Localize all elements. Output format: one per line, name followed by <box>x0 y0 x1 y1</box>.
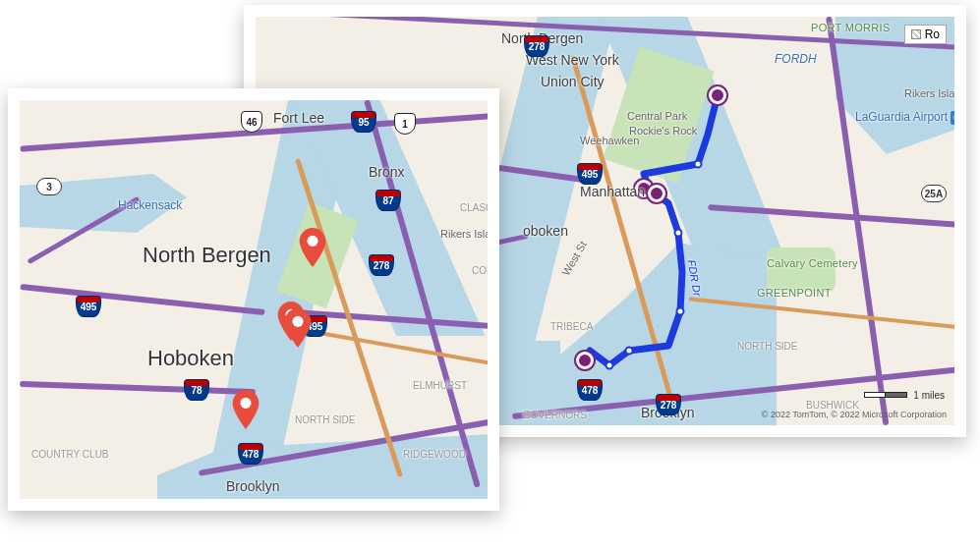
shield-i278-e: 278 <box>656 394 681 415</box>
route-stop-midtown-2[interactable] <box>648 185 665 202</box>
label-rikers-2: Rikers Island <box>440 228 488 240</box>
shield-ny3: 3 <box>36 178 62 195</box>
ny-bay-2 <box>157 434 488 499</box>
route-waypoint <box>676 307 685 316</box>
label-col: COL <box>472 265 488 276</box>
layer-icon <box>911 29 921 39</box>
route-endpoint-north[interactable] <box>709 86 726 104</box>
scale-label: 1 miles <box>913 390 945 401</box>
svg-point-0 <box>307 236 317 247</box>
shield-i478: 478 <box>238 443 263 465</box>
layer-label: Ro <box>925 28 940 41</box>
shield-us1: 1 <box>394 113 416 135</box>
shield-i78: 78 <box>184 379 209 401</box>
map-pin-3[interactable] <box>284 308 312 348</box>
map-pin-1[interactable] <box>299 228 326 267</box>
map-pins-surface[interactable]: Fort Lee Bronx North Bergen Hoboken Broo… <box>20 100 488 499</box>
map-attribution: © 2022 TomTom, © 2022 Microsoft Corporat… <box>762 410 947 419</box>
svg-point-3 <box>240 398 251 409</box>
route-waypoint <box>694 160 703 169</box>
label-bronx: Bronx <box>369 164 405 180</box>
shield-i278: 278 <box>369 254 394 276</box>
label-manhattan: Manhattan <box>580 184 645 199</box>
label-hackensack: Hackensack <box>118 198 182 212</box>
label-brooklyn-2: Brooklyn <box>226 478 279 494</box>
label-laguardia: LaGuardia Airport✈ <box>855 110 954 125</box>
label-central-park: Central Park <box>627 110 687 122</box>
shield-i87: 87 <box>375 190 401 211</box>
label-greenpoint: GREENPOINT <box>757 287 832 299</box>
label-hoboken: Hoboken <box>147 346 234 371</box>
shield-ny25a: 25A <box>921 185 947 202</box>
route-waypoint <box>625 347 634 356</box>
label-fordh: FORDH <box>775 52 817 66</box>
label-claso: CLASO <box>460 202 488 213</box>
label-ridgewood: RIDGEWOOD <box>403 449 466 460</box>
label-calvary: Calvary Cemetery <box>767 257 858 269</box>
shield-us46: 46 <box>241 111 262 133</box>
route-endpoint-south[interactable] <box>576 352 594 369</box>
route-waypoint <box>674 229 683 238</box>
label-west-st: West St <box>559 239 589 277</box>
label-north-bergen-2: North Bergen <box>143 243 271 268</box>
scale-bar: 1 miles <box>864 388 945 402</box>
map-pin-4[interactable] <box>232 390 259 429</box>
label-north-side: NORTH SIDE <box>737 341 798 352</box>
label-tribeca: TRIBECA <box>550 321 593 332</box>
label-oboken: oboken <box>523 223 568 239</box>
route-waypoint <box>605 361 614 370</box>
airport-icon: ✈ <box>951 111 954 125</box>
layer-control[interactable]: Ro <box>904 25 947 44</box>
shield-i495: 495 <box>577 163 603 185</box>
label-country-club: COUNTRY CLUB <box>31 449 109 460</box>
svg-point-2 <box>292 316 303 327</box>
label-fort-lee: Fort Lee <box>273 110 324 126</box>
road-i495-2 <box>20 284 264 315</box>
label-port-morris: PORT MORRIS <box>811 22 891 33</box>
map-card-pins: Fort Lee Bronx North Bergen Hoboken Broo… <box>8 88 499 511</box>
calvary-cemetery-park <box>767 248 836 292</box>
label-governors: GOVERNORS <box>523 410 587 420</box>
shield-i495-w: 495 <box>76 296 101 317</box>
shield-i95: 95 <box>351 111 376 133</box>
label-rockies-rock: Rockie's Rock <box>629 125 697 137</box>
shield-i278: 278 <box>524 35 549 57</box>
label-union-city: Union City <box>541 74 605 89</box>
shield-i478: 478 <box>577 379 603 401</box>
label-rikers-island: Rikers Island <box>904 87 954 99</box>
label-elmhurst: ELMHURST <box>413 380 467 391</box>
label-north-side-2: NORTH SIDE <box>295 414 356 425</box>
road-i78 <box>20 381 256 395</box>
